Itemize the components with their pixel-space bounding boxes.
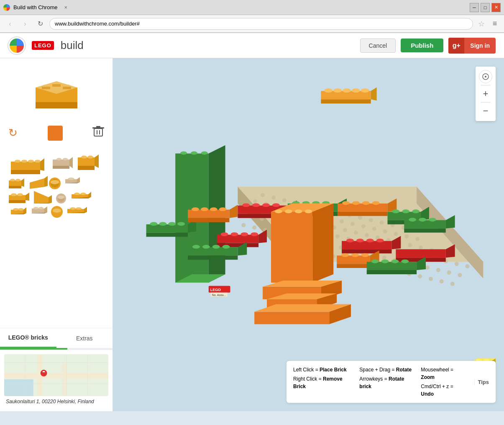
zoom-out-button[interactable]: − bbox=[479, 104, 492, 118]
svg-marker-15 bbox=[40, 158, 44, 171]
svg-marker-20 bbox=[53, 160, 69, 166]
svg-point-176 bbox=[241, 223, 246, 227]
color-swatch[interactable] bbox=[48, 126, 63, 141]
svg-point-189 bbox=[382, 255, 386, 260]
svg-point-246 bbox=[342, 201, 350, 205]
map-thumbnail[interactable] bbox=[4, 354, 108, 396]
svg-marker-292 bbox=[396, 249, 445, 258]
svg-point-232 bbox=[242, 203, 250, 207]
tips-label: Tips bbox=[474, 379, 489, 385]
svg-point-206 bbox=[429, 277, 433, 281]
tip-line-3: Space + Drag = Rotate bbox=[359, 366, 414, 373]
svg-point-72 bbox=[53, 209, 61, 213]
svg-point-218 bbox=[150, 222, 158, 226]
zoom-in-button[interactable]: + bbox=[479, 87, 492, 100]
svg-rect-6 bbox=[42, 87, 50, 89]
svg-point-133 bbox=[415, 237, 420, 241]
app-header: LEGO build Cancel Publish g+ Sign in bbox=[0, 33, 504, 58]
svg-point-132 bbox=[404, 234, 409, 239]
minimize-button[interactable]: ─ bbox=[470, 3, 479, 12]
svg-marker-31 bbox=[9, 186, 21, 188]
svg-point-288 bbox=[346, 239, 354, 242]
brick-preview bbox=[0, 58, 113, 125]
svg-point-29 bbox=[87, 156, 93, 159]
svg-marker-216 bbox=[146, 233, 188, 237]
cancel-button[interactable]: Cancel bbox=[360, 39, 396, 53]
svg-point-299 bbox=[202, 245, 210, 249]
svg-point-174 bbox=[455, 262, 459, 266]
tip-undo-label: Cmd/Ctrl + z = bbox=[421, 384, 453, 389]
tip-mousewheel-label: Mousewheel = bbox=[421, 367, 453, 373]
back-button[interactable]: ‹ bbox=[4, 18, 16, 30]
svg-point-24 bbox=[63, 158, 68, 160]
svg-point-34 bbox=[15, 179, 20, 181]
delete-icon[interactable] bbox=[92, 125, 104, 141]
svg-point-254 bbox=[402, 209, 409, 213]
refresh-button[interactable]: ↻ bbox=[34, 18, 46, 30]
svg-point-205 bbox=[418, 274, 422, 278]
maximize-button[interactable]: □ bbox=[481, 3, 490, 12]
tip-space-drag-label: Space + Drag = bbox=[359, 367, 396, 373]
svg-marker-27 bbox=[95, 155, 99, 168]
svg-marker-36 bbox=[44, 176, 48, 187]
forward-button[interactable]: › bbox=[19, 18, 31, 30]
map-svg bbox=[4, 354, 108, 396]
svg-point-300 bbox=[212, 245, 220, 249]
header-actions: Cancel Publish g+ Sign in bbox=[360, 38, 496, 54]
svg-point-127 bbox=[350, 222, 355, 226]
chrome-logo bbox=[8, 37, 25, 54]
rotate-view-button[interactable] bbox=[479, 70, 492, 83]
svg-rect-79 bbox=[4, 373, 108, 378]
svg-point-259 bbox=[409, 218, 416, 222]
svg-point-247 bbox=[352, 201, 360, 205]
publish-button[interactable]: Publish bbox=[401, 39, 443, 52]
svg-point-103 bbox=[261, 193, 265, 197]
svg-point-228 bbox=[219, 207, 227, 211]
svg-marker-46 bbox=[9, 200, 26, 203]
tips-column-2: Space + Drag = Rotate Arrowkeys = Rotate… bbox=[359, 366, 414, 398]
svg-point-65 bbox=[18, 208, 24, 211]
svg-marker-263 bbox=[312, 203, 333, 283]
svg-point-283 bbox=[240, 232, 248, 236]
svg-rect-81 bbox=[62, 363, 67, 396]
tab-extras[interactable]: Extras bbox=[56, 328, 113, 348]
svg-point-69 bbox=[33, 207, 38, 209]
tab-favicon bbox=[3, 4, 10, 11]
svg-point-266 bbox=[285, 209, 292, 213]
close-button[interactable]: ✕ bbox=[491, 3, 501, 12]
tip-left-click-label: Left Click = bbox=[293, 367, 320, 373]
zoom-controls: + − bbox=[476, 67, 496, 121]
svg-point-194 bbox=[436, 268, 440, 272]
svg-point-265 bbox=[275, 209, 282, 213]
tip-space-drag-action: Rotate bbox=[396, 367, 412, 373]
tab-close-btn[interactable]: × bbox=[64, 4, 68, 10]
svg-point-17 bbox=[21, 160, 27, 163]
signin-button[interactable]: g+ Sign in bbox=[448, 38, 496, 54]
svg-marker-22 bbox=[69, 157, 73, 168]
rotate-icon[interactable]: ↻ bbox=[8, 126, 18, 139]
svg-point-282 bbox=[230, 232, 238, 236]
svg-point-145 bbox=[365, 233, 369, 237]
svg-marker-47 bbox=[26, 193, 29, 201]
svg-rect-82 bbox=[4, 379, 33, 396]
svg-point-163 bbox=[335, 234, 340, 239]
svg-marker-303 bbox=[337, 264, 370, 268]
svg-marker-14 bbox=[11, 170, 40, 174]
svg-point-214 bbox=[201, 152, 208, 155]
svg-point-234 bbox=[262, 203, 270, 207]
svg-point-284 bbox=[251, 232, 258, 236]
canvas-area[interactable]: LEGO No. Assu... + − bbox=[113, 58, 504, 411]
svg-point-289 bbox=[356, 239, 364, 242]
tip-line-1: Left Click = Place Brick bbox=[293, 366, 353, 373]
title-bar: Build with Chrome × ─ □ ✕ bbox=[0, 0, 504, 15]
url-input[interactable] bbox=[49, 18, 473, 30]
svg-point-212 bbox=[180, 152, 187, 155]
zoom-divider-2 bbox=[481, 102, 491, 103]
svg-point-104 bbox=[271, 196, 276, 200]
svg-rect-13 bbox=[96, 126, 100, 127]
tab-lego-bricks[interactable]: LEGO® bricks bbox=[0, 328, 56, 348]
svg-point-70 bbox=[38, 207, 43, 209]
chrome-menu-icon[interactable]: ≡ bbox=[490, 19, 500, 29]
svg-point-60 bbox=[80, 193, 86, 195]
bookmark-icon[interactable]: ☆ bbox=[476, 19, 486, 29]
